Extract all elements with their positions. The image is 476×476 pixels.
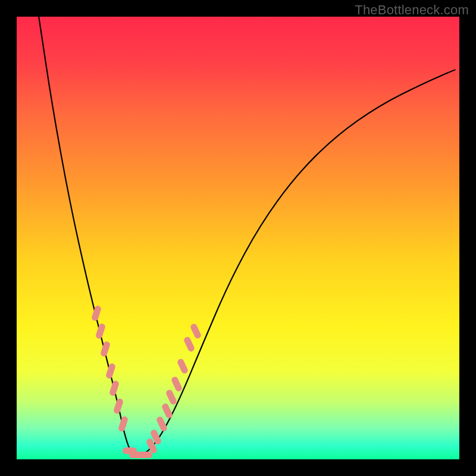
highlight-dash xyxy=(138,452,152,458)
curve-path xyxy=(39,17,455,455)
bottleneck-curve xyxy=(17,17,459,459)
plot-area xyxy=(17,17,459,459)
chart-frame: TheBottleneck.com xyxy=(0,0,476,476)
watermark-text: TheBottleneck.com xyxy=(355,2,469,18)
